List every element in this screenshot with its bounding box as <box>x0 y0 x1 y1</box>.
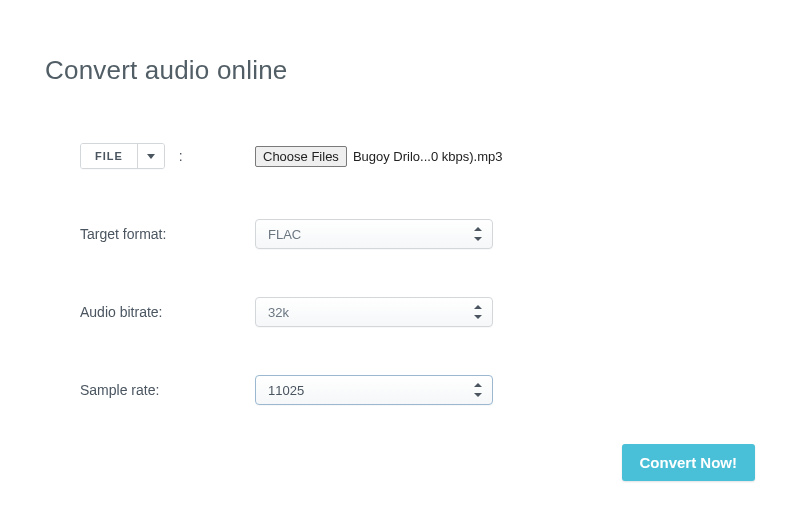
updown-icon <box>474 383 482 397</box>
convert-now-button[interactable]: Convert Now! <box>622 444 756 481</box>
selected-filename: Bugoy Drilo...0 kbps).mp3 <box>353 149 503 164</box>
page-title: Convert audio online <box>45 55 755 86</box>
audio-bitrate-label: Audio bitrate: <box>80 304 163 320</box>
convert-form: FILE : Choose Files Bugoy Drilo...0 kbps… <box>45 141 755 405</box>
file-source-button[interactable]: FILE <box>81 144 137 168</box>
target-format-label: Target format: <box>80 226 166 242</box>
target-format-select[interactable]: FLAC <box>255 219 493 249</box>
file-source-dropdown[interactable]: FILE <box>80 143 165 169</box>
audio-bitrate-row: Audio bitrate: 32k <box>80 297 755 327</box>
audio-bitrate-select[interactable]: 32k <box>255 297 493 327</box>
sample-rate-row: Sample rate: 11025 <box>80 375 755 405</box>
updown-icon <box>474 227 482 241</box>
choose-files-button[interactable]: Choose Files <box>255 146 347 167</box>
sample-rate-value: 11025 <box>268 383 304 398</box>
sample-rate-label: Sample rate: <box>80 382 159 398</box>
caret-down-icon <box>147 154 155 159</box>
audio-bitrate-value: 32k <box>268 305 289 320</box>
updown-icon <box>474 305 482 319</box>
file-colon: : <box>179 148 183 164</box>
target-format-value: FLAC <box>268 227 301 242</box>
file-row: FILE : Choose Files Bugoy Drilo...0 kbps… <box>80 141 755 171</box>
sample-rate-select[interactable]: 11025 <box>255 375 493 405</box>
target-format-row: Target format: FLAC <box>80 219 755 249</box>
file-source-caret[interactable] <box>137 144 164 168</box>
